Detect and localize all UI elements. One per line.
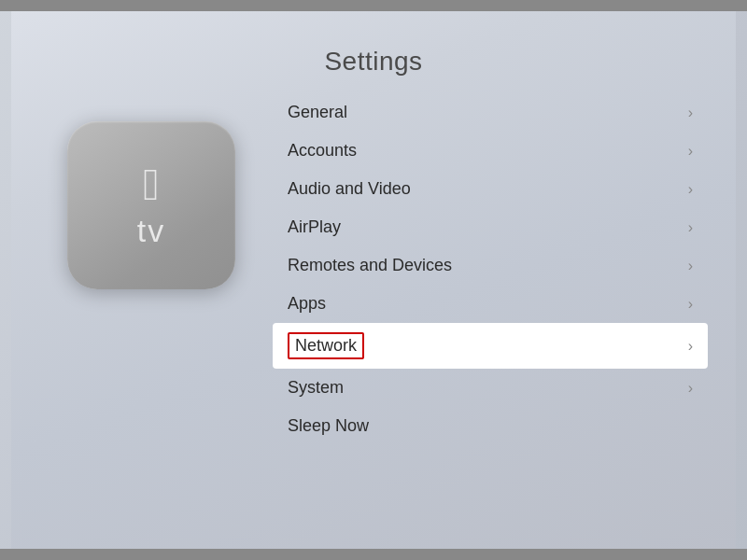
menu-item-airplay-label: AirPlay	[288, 217, 341, 237]
page-title: Settings	[324, 47, 422, 77]
menu-item-system[interactable]: System ›	[273, 369, 708, 407]
menu-item-remotes-and-devices[interactable]: Remotes and Devices ›	[273, 246, 708, 285]
menu-item-remotes-and-devices-label: Remotes and Devices	[288, 256, 452, 275]
tv-label: tv	[137, 213, 165, 249]
content-area:  tv General › Accounts › Audio and Vide…	[11, 93, 736, 445]
inner-screen: Settings  tv General › Accounts ›	[11, 11, 736, 549]
network-highlight-box: Network	[288, 332, 364, 359]
menu-item-airplay[interactable]: AirPlay ›	[273, 208, 708, 246]
chevron-icon-apps: ›	[688, 296, 693, 313]
menu-item-network-label: Network	[295, 336, 357, 355]
chevron-icon-audio-and-video: ›	[688, 181, 693, 198]
apple-logo-icon: 	[143, 162, 160, 207]
menu-item-audio-and-video[interactable]: Audio and Video ›	[273, 170, 708, 208]
chevron-icon-remotes-and-devices: ›	[688, 258, 693, 274]
menu-item-general-label: General	[288, 103, 347, 122]
menu-item-accounts-label: Accounts	[288, 141, 357, 161]
menu-item-system-label: System	[288, 378, 344, 398]
menu-item-audio-and-video-label: Audio and Video	[288, 179, 411, 199]
chevron-icon-general: ›	[688, 105, 693, 121]
chevron-icon-accounts: ›	[688, 143, 693, 160]
chevron-icon-system: ›	[688, 380, 693, 397]
menu-item-network[interactable]: Network ›	[273, 323, 708, 369]
chevron-icon-network: ›	[688, 338, 693, 355]
screen: Settings  tv General › Accounts ›	[0, 0, 747, 560]
menu-item-general[interactable]: General ›	[273, 93, 708, 132]
menu-item-sleep-now-label: Sleep Now	[288, 416, 369, 436]
chevron-icon-airplay: ›	[688, 219, 693, 236]
settings-menu: General › Accounts › Audio and Video › A…	[273, 93, 708, 445]
menu-item-apps-label: Apps	[288, 294, 326, 314]
menu-item-accounts[interactable]: Accounts ›	[273, 132, 708, 170]
menu-item-sleep-now[interactable]: Sleep Now	[273, 407, 708, 445]
menu-item-apps[interactable]: Apps ›	[273, 285, 708, 323]
appletv-device-icon:  tv	[67, 121, 235, 289]
